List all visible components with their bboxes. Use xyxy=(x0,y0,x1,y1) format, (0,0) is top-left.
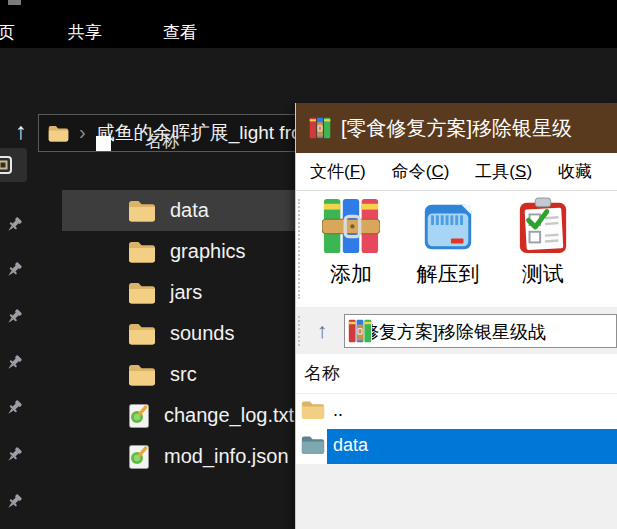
file-name: change_log.txt xyxy=(164,404,294,427)
pin-icon[interactable] xyxy=(4,398,24,418)
archive-row-up[interactable]: .. xyxy=(296,394,617,429)
file-row-src[interactable]: src xyxy=(62,354,310,395)
menu-favorites[interactable]: 收藏 xyxy=(558,160,592,183)
winrar-toolbar: 添加 解压到 测试 xyxy=(296,191,617,308)
file-name: graphics xyxy=(170,240,246,263)
pin-icon[interactable] xyxy=(4,492,24,512)
file-row-jars[interactable]: jars xyxy=(62,272,310,313)
extract-folder-icon xyxy=(419,241,477,258)
file-row-data[interactable]: data xyxy=(62,190,310,231)
explorer-ribbon-tabs: 主页 共享 查看 xyxy=(0,14,617,48)
add-archive-icon xyxy=(322,241,380,258)
winrar-title-text: [零食修复方案]移除银星级 xyxy=(341,115,572,142)
column-header-name[interactable]: 名称 xyxy=(145,130,179,153)
test-button[interactable]: 测试 xyxy=(498,197,588,288)
chevron-right-icon: › xyxy=(79,121,86,144)
tab-share[interactable]: 共享 xyxy=(68,21,102,44)
test-clipboard-icon xyxy=(516,241,570,258)
toolbar-gripper xyxy=(298,199,300,299)
extract-to-button[interactable]: 解压到 xyxy=(403,197,493,288)
winrar-column-header-name[interactable]: 名称 xyxy=(296,354,617,394)
pin-icon[interactable] xyxy=(4,353,24,373)
folder-up-icon xyxy=(301,400,325,420)
text-file-icon xyxy=(128,444,150,470)
archive-icon xyxy=(348,319,372,343)
sidebar-item-selected[interactable] xyxy=(0,148,27,182)
add-button[interactable]: 添加 xyxy=(306,197,396,288)
file-row-graphics[interactable]: graphics xyxy=(62,231,310,272)
winrar-logo-icon xyxy=(309,117,331,139)
file-name: jars xyxy=(170,281,202,304)
folder-icon xyxy=(128,282,156,304)
file-row-sounds[interactable]: sounds xyxy=(62,313,310,354)
file-row-modinfo[interactable]: mod_info.json xyxy=(62,436,310,477)
tab-home[interactable]: 主页 xyxy=(0,21,24,44)
pin-icon[interactable] xyxy=(4,307,24,327)
select-all-checkbox[interactable] xyxy=(96,136,111,151)
explorer-address-row: ↑ › 咸鱼的余晖扩展_light from world epsilon xyxy=(0,48,617,106)
file-row-changelog[interactable]: change_log.txt xyxy=(62,395,310,436)
menu-commands[interactable]: 命令(C) xyxy=(392,160,450,183)
selection-highlight xyxy=(327,429,617,464)
file-name: data xyxy=(170,199,209,222)
explorer-titlebar xyxy=(0,0,617,14)
file-name: sounds xyxy=(170,322,235,345)
menu-tools[interactable]: 工具(S) xyxy=(475,160,532,183)
winrar-up-button[interactable]: ↑ xyxy=(308,319,336,343)
entry-name: data xyxy=(333,435,368,456)
winrar-window: [零食修复方案]移除银星级 文件(F) 命令(C) 工具(S) 收藏 添加 解压… xyxy=(295,103,617,529)
explorer-up-button[interactable]: ↑ xyxy=(8,116,34,146)
winrar-list-background xyxy=(296,464,617,529)
file-name: mod_info.json xyxy=(164,445,289,468)
file-name: src xyxy=(170,363,197,386)
this-pc-icon xyxy=(0,155,13,175)
pin-icon[interactable] xyxy=(4,215,24,235)
archive-folder-icon xyxy=(301,435,325,455)
archive-row-data[interactable]: data xyxy=(296,429,617,464)
entry-name: .. xyxy=(333,400,343,421)
address-gripper xyxy=(298,316,300,346)
winrar-menubar: 文件(F) 命令(C) 工具(S) 收藏 xyxy=(296,153,617,191)
folder-icon xyxy=(128,323,156,345)
folder-icon xyxy=(128,364,156,386)
up-arrow-icon: ↑ xyxy=(15,118,27,144)
tab-view[interactable]: 查看 xyxy=(163,21,197,44)
up-arrow-icon: ↑ xyxy=(317,319,328,342)
text-file-icon xyxy=(128,403,150,429)
winrar-titlebar[interactable]: [零食修复方案]移除银星级 xyxy=(296,103,617,153)
pin-icon[interactable] xyxy=(4,260,24,280)
titlebar-button-remnant xyxy=(8,0,21,5)
screen: 主页 共享 查看 ↑ › 咸鱼的余晖扩展_light from world ep… xyxy=(0,0,617,529)
folder-icon xyxy=(48,125,69,142)
folder-icon xyxy=(128,200,156,222)
archive-path-text: 修复方案]移除银星级战 xyxy=(361,320,546,344)
winrar-address-row: ↑ 修复方案]移除银星级战 xyxy=(296,308,617,354)
menu-file[interactable]: 文件(F) xyxy=(310,160,366,183)
winrar-address-combo[interactable]: 修复方案]移除银星级战 xyxy=(344,314,617,348)
pin-icon[interactable] xyxy=(4,445,24,465)
folder-icon xyxy=(128,241,156,263)
